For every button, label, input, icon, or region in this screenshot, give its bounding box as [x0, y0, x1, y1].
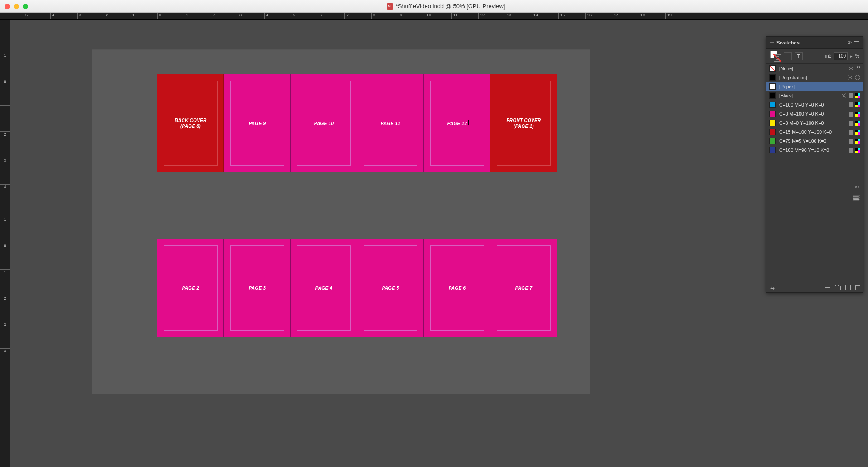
swatch-chip-icon — [769, 83, 776, 90]
ruler-tick: 4 — [0, 184, 10, 189]
ruler-tick: 15 — [558, 13, 565, 19]
swatch-row[interactable]: C=100 M=0 Y=0 K=0 — [766, 100, 863, 109]
page-label: BACK COVER(PAGE 8) — [175, 117, 206, 129]
layers-panel-button[interactable] — [853, 190, 860, 206]
ruler-tick: 1 — [0, 269, 10, 274]
dock-expand-icon[interactable]: » — [858, 185, 858, 189]
stroke-proxy[interactable] — [774, 54, 781, 62]
tint-input[interactable] — [834, 52, 848, 60]
lock-icon — [856, 68, 860, 71]
swatch-chip-icon — [769, 74, 776, 81]
page-label: PAGE 4 — [315, 285, 333, 291]
page[interactable]: PAGE 10 — [291, 74, 357, 172]
page[interactable]: PAGE 2 — [157, 239, 224, 337]
sq-icon — [849, 148, 853, 153]
ruler-tick: 1 — [0, 217, 10, 222]
minimize-button[interactable] — [14, 4, 19, 9]
swatch-row[interactable]: [Black] — [766, 91, 863, 100]
page[interactable]: FRONT COVER(PAGE 1) — [490, 74, 557, 172]
swatch-name: C=15 M=100 Y=100 K=0 — [779, 129, 845, 135]
page[interactable]: PAGE 3 — [224, 239, 291, 337]
swatch-row[interactable]: [Registration] — [766, 73, 863, 82]
panel-menu-icon[interactable] — [854, 40, 859, 45]
tint-stepper-icon[interactable]: ▸ — [850, 54, 853, 58]
new-color-group-button[interactable] — [835, 286, 841, 290]
fill-stroke-proxy[interactable] — [770, 51, 781, 62]
swatch-chip-icon — [769, 111, 776, 117]
swatch-status-icons — [849, 121, 860, 126]
maximize-button[interactable] — [23, 4, 28, 9]
swatch-status-icons — [849, 112, 860, 117]
ruler-tick: 2 — [211, 13, 215, 19]
swatch-name: [Registration] — [779, 75, 844, 80]
container-formatting-button[interactable] — [784, 52, 792, 60]
ruler-tick: 4 — [264, 13, 268, 19]
swatch-row[interactable]: C=0 M=100 Y=0 K=0 — [766, 109, 863, 118]
page-label: PAGE 12 — [447, 121, 467, 126]
swatch-name: C=100 M=0 Y=0 K=0 — [779, 102, 845, 107]
swatch-row[interactable]: [Paper] — [766, 82, 863, 91]
page[interactable]: PAGE 5 — [357, 239, 424, 337]
ruler-tick: 1 — [0, 53, 10, 58]
spread-1[interactable]: BACK COVER(PAGE 8)PAGE 9PAGE 10PAGE 11PA… — [157, 74, 557, 172]
delete-swatch-button[interactable] — [855, 285, 860, 290]
document-canvas[interactable]: BACK COVER(PAGE 8)PAGE 9PAGE 10PAGE 11PA… — [10, 20, 868, 467]
spread-2[interactable]: PAGE 2PAGE 3PAGE 4PAGE 5PAGE 6PAGE 7 — [157, 239, 557, 337]
swatches-footer: ⇆ — [766, 282, 863, 292]
swatch-view-button[interactable]: ⇆ — [769, 284, 776, 291]
swatch-row[interactable]: C=15 M=100 Y=100 K=0 — [766, 127, 863, 136]
page[interactable]: PAGE 6 — [424, 239, 490, 337]
dock-close-icon[interactable]: × — [855, 185, 856, 190]
vertical-ruler[interactable]: 101234101234 — [0, 20, 10, 467]
sq-icon — [849, 93, 853, 98]
text-formatting-button[interactable]: T — [795, 52, 803, 60]
swatch-status-icons — [841, 93, 860, 98]
swatches-panel[interactable]: Swatches >> T Tint: ▸ % [None][Registrat… — [766, 36, 863, 293]
page[interactable]: PAGE 11 — [357, 74, 424, 172]
swatch-status-icons — [849, 130, 860, 135]
swatch-name: C=0 M=0 Y=100 K=0 — [779, 120, 845, 126]
swatches-panel-tab[interactable]: Swatches >> — [766, 37, 863, 49]
page[interactable]: PAGE 4 — [291, 239, 357, 337]
collapse-panel-icon[interactable]: >> — [848, 40, 850, 45]
panel-grip-icon[interactable] — [770, 41, 774, 44]
side-dock[interactable]: × » — [850, 184, 863, 206]
ruler-tick: 1 — [0, 105, 10, 110]
page[interactable]: PAGE 9 — [224, 74, 291, 172]
swatch-chip-icon — [769, 129, 776, 135]
new-swatch-button[interactable] — [845, 285, 851, 290]
horizontal-ruler[interactable]: 54321012345678910111213141516171819 — [10, 13, 868, 20]
swatch-row[interactable]: C=0 M=0 Y=100 K=0 — [766, 118, 863, 127]
ruler-corner[interactable] — [0, 13, 10, 20]
indesign-doc-icon — [387, 3, 393, 10]
swatch-chip-icon — [769, 65, 776, 72]
swatch-chip-icon — [769, 138, 776, 144]
ruler-tick: 10 — [425, 13, 431, 19]
ruler-tick: 0 — [157, 13, 161, 19]
page[interactable]: PAGE 12 — [424, 74, 490, 172]
swatch-row[interactable]: C=75 M=5 Y=100 K=0 — [766, 136, 863, 146]
ruler-tick: 0 — [0, 79, 10, 84]
swatch-row[interactable]: [None] — [766, 64, 863, 73]
swatch-list[interactable]: [None][Registration][Paper][Black]C=100 … — [766, 64, 863, 155]
page[interactable]: PAGE 7 — [490, 239, 557, 337]
ruler-tick: 8 — [371, 13, 375, 19]
tint-unit: % — [855, 54, 859, 58]
swatch-options-button[interactable] — [825, 285, 830, 290]
swatch-status-icons — [849, 139, 860, 144]
window-controls — [5, 4, 28, 9]
swatch-row[interactable]: C=100 M=90 Y=10 K=0 — [766, 146, 863, 155]
x-icon — [848, 75, 853, 80]
page[interactable]: BACK COVER(PAGE 8) — [157, 74, 224, 172]
ruler-tick: 2 — [104, 13, 108, 19]
ruler-tick: 12 — [478, 13, 485, 19]
swatch-chip-icon — [769, 102, 776, 108]
ruler-tick: 3 — [238, 13, 242, 19]
swatch-name: C=100 M=90 Y=10 K=0 — [779, 147, 845, 153]
close-button[interactable] — [5, 4, 10, 9]
ruler-tick: 7 — [344, 13, 349, 19]
page-label: PAGE 3 — [249, 285, 266, 291]
ruler-tick: 3 — [0, 158, 10, 163]
page-label: PAGE 6 — [449, 285, 466, 291]
swatch-chip-icon — [769, 92, 776, 99]
